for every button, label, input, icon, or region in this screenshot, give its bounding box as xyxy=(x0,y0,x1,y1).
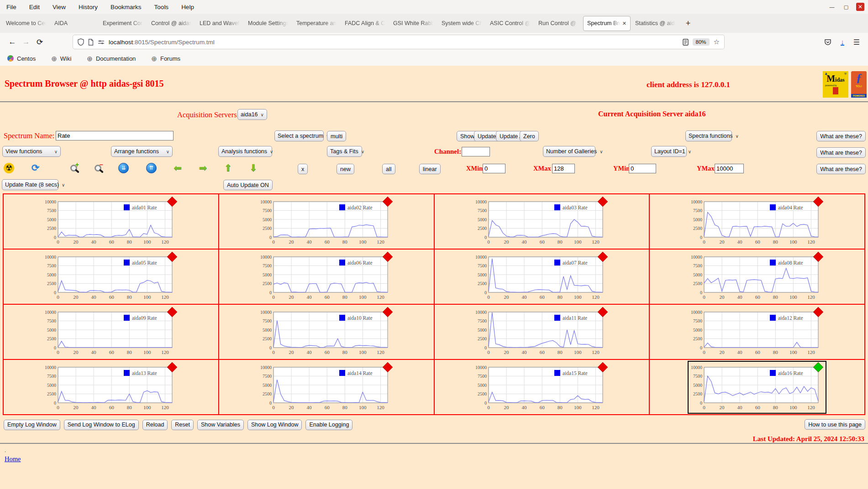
radiation-icon[interactable]: ☢ xyxy=(4,163,14,173)
how-to-use-button[interactable]: How to use this page xyxy=(805,419,865,430)
tab-10[interactable]: System wide Che xyxy=(438,16,485,31)
downloads-icon[interactable]: ↓ xyxy=(841,39,844,46)
empty-log-window-button[interactable]: Empty Log Window xyxy=(4,420,60,430)
move-down-icon[interactable]: ⬇ xyxy=(249,162,258,173)
close-icon[interactable]: ✕ xyxy=(856,3,864,11)
url-bar[interactable]: localhost:8015/Spectrum/Spectrum.tml 80%… xyxy=(73,35,724,49)
bookmark-centos[interactable]: Centos xyxy=(7,55,36,62)
page-icon[interactable] xyxy=(88,39,94,46)
zoom-level-badge[interactable]: 80% xyxy=(693,38,710,46)
tab-5[interactable]: LED and Wavefor xyxy=(196,16,243,31)
linear-button[interactable]: linear xyxy=(419,164,441,174)
menu-bookmarks[interactable]: Bookmarks xyxy=(110,4,142,10)
reload-icon[interactable]: ⟳ xyxy=(33,37,47,47)
tab-14[interactable]: Statistics @ aidas xyxy=(631,16,679,31)
spectra-functions-dropdown[interactable]: Spectra functions∨ xyxy=(685,130,732,141)
chart-aida04[interactable]: 020406080100120025005000750010000aida04 … xyxy=(689,196,826,247)
bookmark-wiki[interactable]: ⊕Wiki xyxy=(51,55,71,62)
xmax-input[interactable] xyxy=(552,164,575,173)
acquisition-server-select[interactable]: aida16∨ xyxy=(237,109,267,120)
ymax-input[interactable] xyxy=(715,164,744,173)
move-left-icon[interactable]: ⬅ xyxy=(174,162,182,173)
scroll-down-icon[interactable]: ⇊ xyxy=(118,163,129,173)
tab-6[interactable]: Module Settings S xyxy=(244,16,292,31)
permissions-icon[interactable] xyxy=(98,39,105,45)
arrange-functions-dropdown[interactable]: Arrange functions∨ xyxy=(111,146,173,157)
zoom-out-icon[interactable]: − xyxy=(95,165,101,172)
bookmark-forums[interactable]: ⊕Forums xyxy=(151,55,180,62)
tab-12[interactable]: Run Control @ ai xyxy=(535,16,582,31)
analysis-functions-dropdown[interactable]: Analysis functions∨ xyxy=(218,146,272,157)
refresh-icon[interactable]: ⟳ xyxy=(32,162,40,173)
shield-icon[interactable] xyxy=(78,38,84,46)
tab-11[interactable]: ASIC Control @ a xyxy=(486,16,534,31)
midas-logo[interactable]: ♟ ⛨ Midas powered by xyxy=(823,71,848,98)
menu-tools[interactable]: Tools xyxy=(154,4,169,10)
tab-8[interactable]: FADC Align & Co xyxy=(341,16,389,31)
chart-aida07[interactable]: 020406080100120025005000750010000aida07 … xyxy=(473,251,610,302)
move-right-icon[interactable]: ➡ xyxy=(199,162,207,173)
zoom-in-icon[interactable]: + xyxy=(70,165,77,172)
chart-aida05[interactable]: 020406080100120025005000750010000aida05 … xyxy=(42,251,179,302)
chart-aida03[interactable]: 020406080100120025005000750010000aida03 … xyxy=(473,196,610,247)
menu-edit[interactable]: Edit xyxy=(29,4,40,10)
tab-7[interactable]: Temperature and xyxy=(293,16,340,31)
back-icon[interactable]: ← xyxy=(5,37,19,47)
select-spectrum-dropdown[interactable]: Select a spectrum∨ xyxy=(274,130,324,141)
chart-aida11[interactable]: 020406080100120025005000750010000aida11 … xyxy=(473,307,610,358)
minimize-icon[interactable]: — xyxy=(828,3,836,11)
chart-aida15[interactable]: 020406080100120025005000750010000aida15 … xyxy=(473,362,610,413)
chart-aida02[interactable]: 020406080100120025005000750010000aida02 … xyxy=(258,196,395,247)
what-are-these-button-3[interactable]: What are these? xyxy=(816,164,866,174)
layout-id-dropdown[interactable]: Layout ID=1∨ xyxy=(651,146,687,157)
update-rate-dropdown[interactable]: Update Rate (8 secs)∨ xyxy=(2,179,58,190)
enable-logging-button[interactable]: Enable Logging xyxy=(305,420,352,430)
menu-file[interactable]: File xyxy=(6,4,16,10)
app-menu-icon[interactable]: ☰ xyxy=(853,38,860,47)
multi-button[interactable]: multi xyxy=(327,131,346,141)
tab-2[interactable]: AIDA xyxy=(51,16,98,31)
auto-update-button[interactable]: Auto Update ON xyxy=(223,180,273,190)
tcl-logo[interactable]: ƒ TCL! POWERED xyxy=(851,71,867,98)
reload-button[interactable]: Reload xyxy=(142,420,168,430)
chart-aida09[interactable]: 020406080100120025005000750010000aida09 … xyxy=(42,307,179,358)
chart-aida14[interactable]: 020406080100120025005000750010000aida14 … xyxy=(258,362,395,413)
chart-aida08[interactable]: 020406080100120025005000750010000aida08 … xyxy=(689,251,826,302)
tab-13[interactable]: Spectrum Brow✕ xyxy=(583,16,631,31)
all-button[interactable]: all xyxy=(382,164,395,174)
zero-button[interactable]: Zero xyxy=(520,131,539,141)
ymin-input[interactable] xyxy=(629,164,656,173)
reader-mode-icon[interactable] xyxy=(683,39,689,46)
tab-9[interactable]: GSI White Rabbit xyxy=(389,16,437,31)
chart-aida12[interactable]: 020406080100120025005000750010000aida12 … xyxy=(689,307,826,358)
tags-fits-dropdown[interactable]: Tags & Fits∨ xyxy=(327,146,362,157)
menu-help[interactable]: Help xyxy=(181,4,194,10)
tab-close-icon[interactable]: ✕ xyxy=(622,21,626,26)
send-log-window-to-elog-button[interactable]: Send Log Window to ELog xyxy=(64,420,139,430)
chart-aida16[interactable]: 020406080100120025005000750010000aida16 … xyxy=(689,362,826,413)
tab-4[interactable]: Control @ aidas-g xyxy=(147,16,195,31)
home-link[interactable]: Home xyxy=(5,455,21,463)
pocket-icon[interactable] xyxy=(824,39,831,46)
maximize-icon[interactable]: ▢ xyxy=(842,3,850,11)
scroll-up-icon[interactable]: ⇈ xyxy=(146,163,157,173)
tab-3[interactable]: Experiment Contr xyxy=(99,16,147,31)
number-of-galleries-dropdown[interactable]: Number of Galleries∨ xyxy=(543,146,595,157)
bookmark-star-icon[interactable]: ☆ xyxy=(714,38,720,46)
xmin-input[interactable] xyxy=(483,164,505,173)
new-tab-button[interactable]: + xyxy=(682,17,694,29)
chart-aida01[interactable]: 020406080100120025005000750010000aida01 … xyxy=(42,196,179,247)
view-functions-dropdown[interactable]: View functions∨ xyxy=(2,146,61,157)
bookmark-documentation[interactable]: ⊕Documentation xyxy=(87,55,136,62)
chart-aida13[interactable]: 020406080100120025005000750010000aida13 … xyxy=(42,362,179,413)
chart-aida06[interactable]: 020406080100120025005000750010000aida06 … xyxy=(258,251,395,302)
what-are-these-button-2[interactable]: What are these? xyxy=(816,147,866,158)
show-log-window-button[interactable]: Show Log Window xyxy=(247,420,302,430)
move-up-icon[interactable]: ⬆ xyxy=(224,162,232,173)
reset-button[interactable]: Reset xyxy=(171,420,194,430)
show-variables-button[interactable]: Show Variables xyxy=(197,420,244,430)
url-text[interactable]: localhost:8015/Spectrum/Spectrum.tml xyxy=(109,39,215,46)
channel-input[interactable] xyxy=(462,147,490,156)
tab-1[interactable]: Welcome to Cent xyxy=(2,16,50,31)
menu-history[interactable]: History xyxy=(79,4,98,10)
